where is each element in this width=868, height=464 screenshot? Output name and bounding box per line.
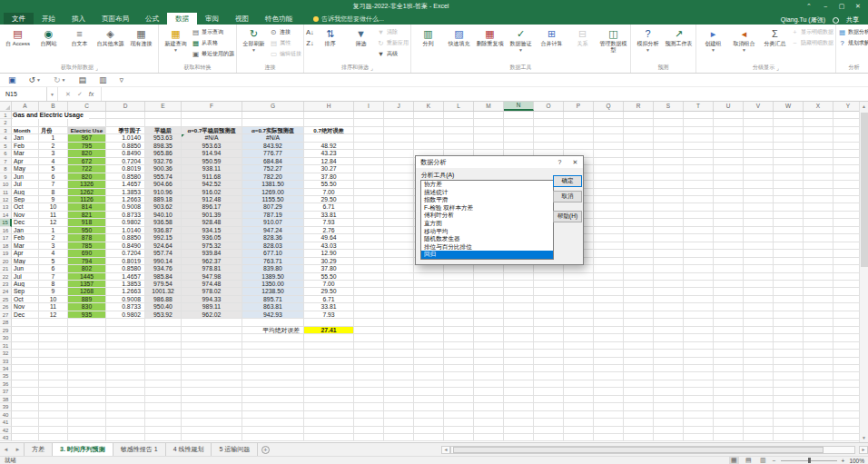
cell-H20[interactable]: 30.29 <box>304 258 354 265</box>
dialog-close-icon[interactable]: ✕ <box>567 156 583 168</box>
row-header-25[interactable]: 25 <box>0 296 12 303</box>
tell-me-search[interactable]: 告诉我您想要做什么... <box>313 13 384 25</box>
cell-F35[interactable] <box>182 372 242 380</box>
cell-D1[interactable] <box>106 112 145 119</box>
column-header-L[interactable]: L <box>444 102 474 111</box>
cell-C13[interactable]: 814 <box>68 203 106 211</box>
cell-F9[interactable]: 911.68 <box>182 173 242 181</box>
cell-H18[interactable]: 43.03 <box>304 242 354 250</box>
select-all-corner[interactable] <box>0 102 12 111</box>
cell-H1[interactable] <box>304 112 354 119</box>
cell-F36[interactable] <box>182 380 242 388</box>
cell-F18[interactable]: 975.32 <box>182 242 242 250</box>
cell-G36[interactable] <box>242 380 304 388</box>
column-header-G[interactable]: G <box>242 102 304 111</box>
cell-E1[interactable] <box>145 112 182 119</box>
column-header-Q[interactable]: Q <box>594 102 624 111</box>
row-header-18[interactable]: 18 <box>0 242 12 250</box>
save-icon[interactable]: ▣ <box>8 75 16 84</box>
cell-B12[interactable]: 9 <box>39 196 68 203</box>
ribbon-tab-特色功能[interactable]: 特色功能 <box>257 13 301 25</box>
cell-G8[interactable]: 752.27 <box>242 165 304 173</box>
row-header-38[interactable]: 38 <box>0 396 12 403</box>
cell-B31[interactable] <box>39 342 68 350</box>
cell-A8[interactable]: May <box>12 165 39 173</box>
cell-C9[interactable]: 820 <box>68 173 106 181</box>
cell-B28[interactable] <box>39 319 68 326</box>
row-header-13[interactable]: 13 <box>0 203 12 211</box>
cell-C6[interactable]: 820 <box>68 150 106 157</box>
cell-H13[interactable]: 6.71 <box>304 203 354 211</box>
cell-E40[interactable] <box>145 411 182 419</box>
cell-B2[interactable] <box>39 119 68 126</box>
cell-H28[interactable] <box>304 319 354 326</box>
ribbon-tab-开始[interactable]: 开始 <box>34 13 64 25</box>
cell-F26[interactable]: 989.11 <box>182 303 242 311</box>
column-header-C[interactable]: C <box>68 102 106 111</box>
row-header-27[interactable]: 27 <box>0 311 12 319</box>
cell-E9[interactable]: 955.74 <box>145 173 182 181</box>
cell-F27[interactable]: 962.02 <box>182 311 242 319</box>
row-header-30[interactable]: 30 <box>0 334 12 341</box>
ribbon-button-降序[interactable]: Z↓ <box>306 38 314 48</box>
cell-D13[interactable]: 0.9008 <box>106 203 145 211</box>
column-header-H[interactable]: H <box>304 102 354 111</box>
cell-A32[interactable] <box>12 350 39 357</box>
cell-B18[interactable]: 3 <box>39 242 68 250</box>
row-header-24[interactable]: 24 <box>0 288 12 295</box>
cell-G27[interactable]: 942.93 <box>242 311 304 319</box>
cell-B11[interactable]: 8 <box>39 189 68 196</box>
cell-F4[interactable]: #N/A <box>182 134 242 142</box>
quick-print-icon[interactable]: ▤ <box>79 75 87 84</box>
cell-A43[interactable] <box>12 434 39 441</box>
cell-G31[interactable] <box>242 342 304 350</box>
cell-G9[interactable]: 782.20 <box>242 173 304 181</box>
cell-E13[interactable]: 903.62 <box>145 203 182 211</box>
row-header-31[interactable]: 31 <box>0 342 12 350</box>
ribbon-button-快速填充[interactable]: ▨快速填充 <box>444 25 474 47</box>
cell-G39[interactable] <box>242 403 304 410</box>
cell-B43[interactable] <box>39 434 68 441</box>
cell-B6[interactable]: 3 <box>39 150 68 157</box>
ribbon-button-自其他来源[interactable]: ◈自其他来源 <box>95 25 125 47</box>
cell-B3[interactable]: 月份 <box>39 127 68 134</box>
ribbon-tab-页面布局[interactable]: 页面布局 <box>94 13 137 25</box>
zoom-slider-thumb[interactable] <box>808 458 811 463</box>
sheet-tab-4 线性规划[interactable]: 4 线性规划 <box>166 443 212 456</box>
cell-D22[interactable]: 1.4657 <box>106 273 145 281</box>
cell-E15[interactable]: 936.58 <box>145 219 182 226</box>
cell-F13[interactable]: 896.17 <box>182 203 242 211</box>
cell-E18[interactable]: 924.64 <box>145 242 182 250</box>
cell-B8[interactable]: 5 <box>39 165 68 173</box>
print-preview-icon[interactable]: ▥ <box>99 75 107 84</box>
column-header-J[interactable]: J <box>384 102 414 111</box>
cell-C37[interactable] <box>68 388 106 395</box>
cell-A17[interactable]: Feb <box>12 234 39 242</box>
cell-G11[interactable]: 1269.00 <box>242 189 304 196</box>
minimize-icon[interactable]: − <box>818 2 833 12</box>
cell-A18[interactable]: Mar <box>12 242 39 250</box>
ribbon-button-模拟分析[interactable]: ?模拟分析▼ <box>633 25 663 53</box>
cell-C24[interactable]: 1268 <box>68 288 106 295</box>
row-header-12[interactable]: 12 <box>0 196 12 203</box>
cell-C28[interactable] <box>68 319 106 326</box>
ribbon-button-自网站[interactable]: ◉自网站 <box>34 25 64 47</box>
cell-H5[interactable]: 48.92 <box>304 143 354 150</box>
cell-E38[interactable] <box>145 396 182 403</box>
column-header-E[interactable]: E <box>145 102 182 111</box>
cell-B42[interactable] <box>39 427 68 434</box>
cell-F32[interactable] <box>182 350 242 357</box>
scroll-down-icon[interactable]: ▼ <box>860 433 868 442</box>
row-header-20[interactable]: 20 <box>0 258 12 265</box>
cell-G1[interactable] <box>242 112 304 119</box>
cell-C40[interactable] <box>68 411 106 419</box>
cell-C17[interactable]: 878 <box>68 234 106 242</box>
row-header-3[interactable]: 3 <box>0 127 12 134</box>
cell-C34[interactable] <box>68 365 106 372</box>
row-header-17[interactable]: 17 <box>0 234 12 242</box>
cell-E12[interactable]: 889.18 <box>145 196 182 203</box>
cell-G13[interactable]: 807.29 <box>242 203 304 211</box>
cell-C8[interactable]: 722 <box>68 165 106 173</box>
cell-E32[interactable] <box>145 350 182 357</box>
vertical-scrollbar[interactable]: ▲ ▼ <box>859 102 868 442</box>
